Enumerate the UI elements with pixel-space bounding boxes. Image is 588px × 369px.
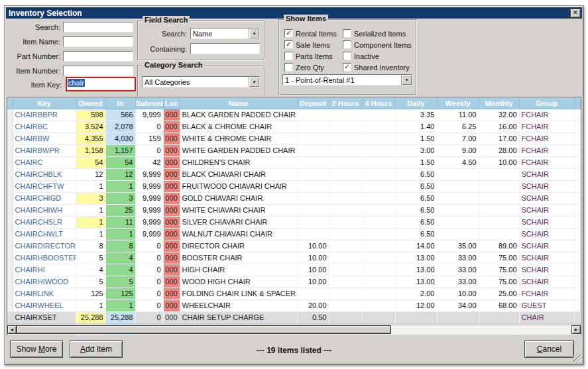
cell-filler xyxy=(574,109,581,121)
item-key-field[interactable]: chair xyxy=(66,77,136,91)
table-row-chairchiwh[interactable]: CHAIRCHIWH1259,999000WHITE CHIAVARI CHAI… xyxy=(7,205,581,217)
cell-4-hours xyxy=(362,288,395,300)
field-search-combo[interactable]: Name ▼ xyxy=(190,28,260,39)
checkbox-zero-qty[interactable]: Zero Qty xyxy=(284,62,341,73)
checkbox-box-icon[interactable]: ✓ xyxy=(284,40,293,49)
checkbox-inactive[interactable]: Inactive xyxy=(343,50,412,62)
cell-owned: 1 xyxy=(76,300,105,312)
item-number-row: Item Number: xyxy=(7,65,133,76)
cell-2-hours xyxy=(329,217,362,229)
cell-gutter xyxy=(7,193,13,205)
cell-group: SCHAIR xyxy=(519,193,574,205)
resize-grip[interactable] xyxy=(573,354,582,363)
cell-key: CHAIRHBOOSTER xyxy=(13,252,76,264)
cell-key: CHAIRHI xyxy=(13,264,76,276)
column-header-loc[interactable]: Loc xyxy=(163,97,180,109)
cell-filler xyxy=(574,240,581,252)
checkbox-component-items[interactable]: Component Items xyxy=(343,39,412,50)
table-row-chairxset[interactable]: CHAIRXSET25,28825,2880000CHAIR SETUP CHA… xyxy=(7,312,581,324)
close-button[interactable]: ✕ xyxy=(570,9,581,18)
scroll-right-icon[interactable]: ► xyxy=(571,325,581,334)
checkbox-serialized-items[interactable]: Serialized Items xyxy=(343,28,412,39)
search-input[interactable] xyxy=(63,22,133,32)
cell-4-hours xyxy=(362,181,395,193)
horizontal-scrollbar[interactable]: ◄ ► xyxy=(7,325,581,335)
cell-subrent: 0 xyxy=(135,300,163,312)
table-row-chairbwpr[interactable]: CHAIRBWPR1,1581,1570000WHITE GARDEN PADD… xyxy=(7,145,581,157)
scrollbar-thumb[interactable] xyxy=(17,325,391,334)
cell-group: SCHAIR xyxy=(519,181,574,193)
item-name-input[interactable] xyxy=(63,36,133,47)
checkbox-box-icon[interactable] xyxy=(284,52,293,60)
cell-2-hours xyxy=(329,276,362,288)
checkbox-box-icon[interactable] xyxy=(343,52,351,60)
cell-subrent: 9,999 xyxy=(135,181,163,193)
location-combo[interactable]: 1 - Point-of-Rental #1 ▼ xyxy=(282,74,412,85)
column-header-4-hours[interactable]: 4 Hours xyxy=(362,97,395,109)
search-label: Search: xyxy=(7,23,63,31)
checkbox-shared-inventory[interactable]: ✓Shared Inventory xyxy=(343,62,412,73)
checkbox-box-icon[interactable]: ✓ xyxy=(343,63,351,72)
table-row-chairhiwood[interactable]: CHAIRHIWOOD550000WOOD HIGH CHAIR10.0013.… xyxy=(7,276,581,288)
table-row-chairwheel[interactable]: CHAIRWHEEL110000WHEELCHAIR20.0012.0034.0… xyxy=(7,300,581,312)
table-row-chairbbpr[interactable]: CHAIRBBPR5985669,999000BLACK GARDEN PADD… xyxy=(7,109,581,121)
cell-2-hours xyxy=(329,264,362,276)
cell-weekly: 33.00 xyxy=(437,276,479,288)
location-dropdown-icon[interactable]: ▼ xyxy=(401,75,412,85)
cell-daily: 1.50 xyxy=(395,157,437,169)
table-row-chairchwlt[interactable]: CHAIRCHWLT119,999000WALNUT CHIAVARI CHAI… xyxy=(7,229,581,240)
column-header-subrent[interactable]: Subrent xyxy=(135,97,163,109)
column-header-weekly[interactable]: Weekly xyxy=(437,97,479,109)
checkbox-box-icon[interactable] xyxy=(343,40,351,49)
cell-2-hours xyxy=(329,205,362,217)
column-header-2-hours[interactable]: 2 Hours xyxy=(329,97,362,109)
category-dropdown-icon[interactable]: ▼ xyxy=(249,77,259,87)
table-row-chairc[interactable]: CHAIRC545442000CHILDREN'S CHAIR1.504.501… xyxy=(7,157,581,169)
field-search-dropdown-icon[interactable]: ▼ xyxy=(249,28,259,38)
cell-loc: 000 xyxy=(163,288,180,300)
cell-key: CHAIRXSET xyxy=(13,312,76,324)
item-key-row: Item Key: chair xyxy=(7,79,133,90)
table-row-chairbw[interactable]: CHAIRBW4,3554,030159000WHITE & CHROME CH… xyxy=(7,133,581,145)
column-header-group[interactable]: Group xyxy=(519,97,574,109)
cell-loc: 000 xyxy=(163,300,180,312)
cell-4-hours xyxy=(362,276,395,288)
table-row-chairbc[interactable]: CHAIRBC3,5242,0780000BLACK & CHROME CHAI… xyxy=(7,121,581,133)
table-row-chairchslr[interactable]: CHAIRCHSLR1119,999000SILVER CHIAVARI CHA… xyxy=(7,217,581,229)
checkbox-box-icon[interactable] xyxy=(284,63,293,72)
containing-input[interactable] xyxy=(190,43,260,54)
checkbox-parts-items[interactable]: Parts Items xyxy=(284,50,341,62)
table-row-chairhi[interactable]: CHAIRHI440000HIGH CHAIR10.0013.0033.0075… xyxy=(7,264,581,276)
category-combo[interactable]: All Categories ▼ xyxy=(142,76,260,87)
cell-key: CHAIRLINK xyxy=(13,288,76,300)
column-header-in[interactable]: In xyxy=(105,97,135,109)
checkbox-box-icon[interactable] xyxy=(343,29,351,38)
column-header-daily[interactable]: Daily xyxy=(395,97,437,109)
cell-owned: 1,158 xyxy=(76,145,105,157)
cell-deposit: 0.50 xyxy=(297,312,329,324)
scroll-left-icon[interactable]: ◄ xyxy=(7,325,17,334)
column-header-key[interactable]: Key xyxy=(13,97,76,109)
cell-weekly: 11.00 xyxy=(437,109,479,121)
item-number-input[interactable] xyxy=(63,66,133,76)
cancel-button[interactable]: Cancel xyxy=(524,341,574,358)
part-number-input[interactable] xyxy=(63,51,133,62)
column-header-deposit[interactable]: Deposit xyxy=(297,97,329,109)
cell-name: WOOD HIGH CHAIR xyxy=(180,276,297,288)
cell-owned: 25,288 xyxy=(76,312,105,324)
cell-in: 2,078 xyxy=(105,121,135,133)
checkbox-box-icon[interactable]: ✓ xyxy=(284,29,293,38)
cell-owned: 1 xyxy=(76,205,105,217)
table-row-chairhbooster[interactable]: CHAIRHBOOSTER540000BOOSTER CHAIR10.0013.… xyxy=(7,252,581,264)
column-header-monthly[interactable]: Monthly xyxy=(479,97,519,109)
column-header-name[interactable]: Name xyxy=(180,97,297,109)
table-row-chairdirector[interactable]: CHAIRDIRECTOR880000DIRECTOR CHAIR10.0014… xyxy=(7,240,581,252)
table-row-chairlink[interactable]: CHAIRLINK1251250000FOLDING CHAIR LINK & … xyxy=(7,288,581,300)
table-row-chairchigd[interactable]: CHAIRCHIGD339,999000GOLD CHIAVARI CHAIR6… xyxy=(7,193,581,205)
table-row-chairchftw[interactable]: CHAIRCHFTW119,999000FRUITWOOD CHIAVARI C… xyxy=(7,181,581,193)
table-body: CHAIRBBPR5985669,999000BLACK GARDEN PADD… xyxy=(7,109,581,336)
checkbox-sale-items[interactable]: ✓Sale Items xyxy=(284,39,341,50)
column-header-owned[interactable]: Owned xyxy=(76,97,105,109)
table-row-chairchblk[interactable]: CHAIRCHBLK12129,999000BLACK CHIAVARI CHA… xyxy=(7,169,581,181)
checkbox-rental-items[interactable]: ✓Rental Items xyxy=(284,28,341,39)
